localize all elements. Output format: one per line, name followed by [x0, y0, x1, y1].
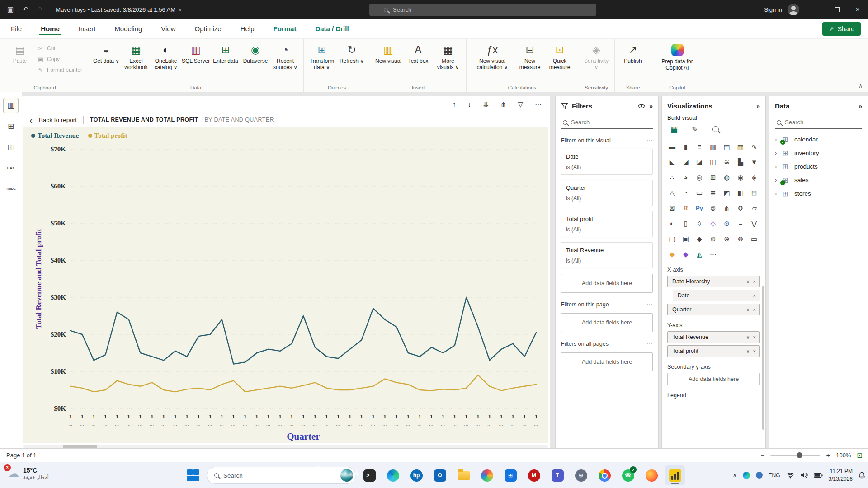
add-data-fields-box[interactable]: Add data fields here	[561, 274, 653, 293]
rail-table-view[interactable]: ⊞	[3, 118, 19, 134]
more-options-icon[interactable]: ⋯	[647, 340, 653, 347]
filter-card-quarter[interactable]: Quarteris (All)	[561, 180, 653, 206]
chevron-down-icon[interactable]: ∨	[746, 348, 750, 354]
azure-map-icon[interactable]: △	[666, 187, 678, 198]
tab-format[interactable]: Format	[273, 20, 297, 38]
filters-search-input[interactable]	[571, 119, 651, 126]
pane-vertical-scrollbar[interactable]	[762, 286, 764, 430]
collapse-pane-icon[interactable]: »	[859, 103, 862, 110]
notifications-icon[interactable]	[859, 472, 865, 479]
r-script-icon[interactable]: R	[680, 202, 691, 214]
line-chart-icon[interactable]: ∿	[749, 141, 760, 152]
data-search-input[interactable]	[785, 119, 860, 126]
appsource-visual-icon[interactable]: ◆	[666, 249, 678, 260]
rail-report-view[interactable]: ▥	[3, 98, 19, 113]
format-painter-button[interactable]: ✎Format painter	[37, 67, 82, 74]
rail-tmdl-view[interactable]: TMDL	[3, 181, 19, 196]
table-item-stores[interactable]: ›⊞stores	[769, 187, 868, 200]
line-chart-visual[interactable]: Total RevenueTotal profit $0K$10K$20K$30…	[23, 127, 548, 443]
table-icon[interactable]: ⊟	[749, 187, 760, 198]
go-to-next-level-icon[interactable]: ⇊	[483, 100, 489, 108]
shapes-icon[interactable]: ◆	[694, 233, 705, 244]
filter-card-total-revenue[interactable]: Total Revenueis (All)	[561, 242, 653, 268]
field-pill-total-profit[interactable]: Total profit∨×	[667, 345, 760, 357]
redo-icon[interactable]: ↷	[38, 5, 43, 14]
more-visual-icon[interactable]: ◭	[694, 249, 705, 260]
get-more-visuals-ellipsis-icon[interactable]: ⋯	[708, 249, 719, 260]
bookmark-navigator-icon[interactable]: ⊛	[735, 233, 746, 244]
matrix-icon[interactable]: ⊠	[666, 202, 678, 214]
stacked-column-chart-icon[interactable]: ▮	[680, 141, 691, 152]
battery-icon[interactable]	[814, 473, 823, 478]
prep-data-for-copilot-ai-button[interactable]: Prep data for Copilot AI	[655, 42, 699, 71]
enter-data-button[interactable]: ⊞Enter data	[211, 42, 240, 64]
analytics-mode-button[interactable]	[709, 123, 722, 136]
remove-field-icon[interactable]: ×	[753, 348, 756, 354]
back-to-report-link[interactable]: Back to report	[39, 117, 77, 123]
add-data-fields-box[interactable]: Add data fields here	[561, 313, 653, 332]
filters-search[interactable]	[561, 116, 653, 129]
add-data-fields-box[interactable]: Add data fields here	[667, 373, 760, 385]
drill-down-icon[interactable]: ↓	[468, 100, 472, 108]
taskbar-search[interactable]: Search	[207, 467, 356, 484]
slicer-icon[interactable]: ◧	[735, 187, 746, 198]
more-options-icon[interactable]: ⋯	[647, 301, 653, 308]
wifi-icon[interactable]	[786, 472, 794, 479]
add-data-fields-box[interactable]: Add data fields here	[561, 352, 653, 371]
tab-data-drill[interactable]: Data / Drill	[314, 20, 349, 38]
tab-optimize[interactable]: Optimize	[194, 20, 222, 38]
table-item-calendar[interactable]: ›⊞✓calendar	[769, 132, 868, 146]
drill-up-icon[interactable]: ↑	[453, 100, 456, 108]
clock[interactable]: 11:21 PM 3/13/2026	[829, 468, 853, 482]
minimize-button[interactable]: –	[806, 0, 826, 19]
shape-map-icon[interactable]: ◈	[749, 172, 760, 183]
remove-field-icon[interactable]: ×	[753, 293, 756, 298]
zoom-slider[interactable]	[770, 455, 820, 456]
chevron-right-icon[interactable]: ›	[775, 177, 779, 183]
cut-button[interactable]: ✂Cut	[37, 45, 82, 52]
stacked-area-chart-icon[interactable]: ◢	[680, 156, 691, 168]
field-pill-date[interactable]: Date×	[673, 290, 760, 301]
scrollbar-thumb[interactable]	[63, 445, 97, 448]
paste-button[interactable]: ▤Paste	[5, 42, 34, 64]
play-axis-icon[interactable]: ⊜	[721, 233, 732, 244]
photos-icon[interactable]	[477, 465, 497, 485]
firefox-icon[interactable]	[642, 465, 661, 485]
ribbon-chart-icon[interactable]: ≋	[721, 156, 732, 168]
chrome-icon[interactable]	[594, 465, 614, 485]
field-pill-quarter[interactable]: Quarter∨×	[667, 304, 760, 315]
back-chevron-icon[interactable]: ‹	[29, 115, 33, 125]
kpi-icon[interactable]: ◩	[721, 187, 732, 198]
new-measure-button[interactable]: ⊟New measure	[515, 42, 544, 71]
publish-button[interactable]: ↗Publish	[618, 42, 647, 64]
tab-file[interactable]: File	[10, 20, 23, 38]
edge-tray-icon[interactable]	[743, 472, 750, 479]
dataverse-button[interactable]: ◉Dataverse	[241, 42, 270, 64]
edge-icon[interactable]	[383, 465, 403, 485]
more-visuals-button[interactable]: ▦More visuals ∨	[434, 42, 462, 71]
close-button[interactable]: ×	[847, 0, 868, 19]
share-button[interactable]: ↗ Share	[822, 22, 861, 36]
sensitivity-button[interactable]: ◈Sensitivity ∨	[582, 42, 611, 71]
expand-all-down-icon[interactable]: ⋔	[500, 100, 506, 108]
remove-field-icon[interactable]: ×	[753, 279, 756, 284]
funnel-chart-icon[interactable]: ▼	[749, 156, 760, 168]
text-visual-icon[interactable]: ▭	[749, 233, 760, 244]
new-visual-button[interactable]: ▥New visual	[374, 42, 403, 64]
format-visual-mode-button[interactable]: ✎	[688, 123, 702, 136]
rail-dax-query-view[interactable]: DAX	[3, 160, 19, 175]
collapse-ribbon-icon[interactable]: ∧	[859, 83, 863, 89]
canvas-horizontal-scrollbar[interactable]	[23, 445, 548, 448]
transform-data-button[interactable]: ⊞Transform data ∨	[307, 42, 336, 71]
power-automate-icon[interactable]: ⊘	[721, 218, 732, 229]
chevron-right-icon[interactable]: ›	[775, 150, 779, 156]
recent-sources-button[interactable]: ◔Recent sources ∨	[271, 42, 300, 71]
zoom-slider-thumb[interactable]	[797, 452, 802, 458]
zoom-in-icon[interactable]: +	[826, 451, 830, 459]
sign-in-button[interactable]: Sign in	[764, 6, 782, 13]
data-search[interactable]	[775, 116, 862, 129]
collapse-pane-icon[interactable]: »	[756, 103, 760, 110]
table-item-products[interactable]: ›⊞products	[769, 160, 868, 173]
decomposition-tree-icon[interactable]: ⋔	[721, 202, 732, 214]
chevron-down-icon[interactable]: ∨	[746, 334, 750, 340]
